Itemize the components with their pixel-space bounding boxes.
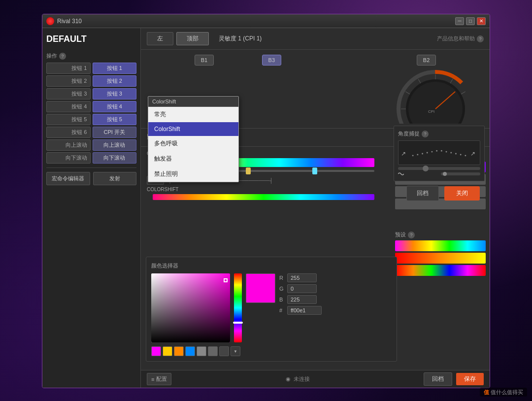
config-icon: ≡ <box>151 376 154 382</box>
b-row: B <box>279 295 392 304</box>
color-cursor <box>224 278 228 282</box>
hex-row: # <box>279 306 392 315</box>
dropdown-item-4[interactable]: 禁止照明 <box>148 167 238 182</box>
btn-value-7[interactable]: 向上滚动 <box>93 139 137 151</box>
svg-point-14 <box>412 155 414 156</box>
color-picker-label: 颜色选择器 <box>151 262 392 269</box>
svg-point-17 <box>427 152 428 154</box>
dropdown-popup-title: ColorShift <box>152 99 176 104</box>
btn-label-7: 向上滚动 <box>46 139 91 151</box>
swatch-6[interactable] <box>208 346 218 356</box>
minimize-button[interactable]: ─ <box>455 17 464 25</box>
svg-text:CPI: CPI <box>428 109 434 114</box>
angle-slider-thumb[interactable] <box>423 166 429 171</box>
maximize-button[interactable]: □ <box>466 17 475 25</box>
svg-text:↗: ↗ <box>401 150 406 157</box>
swatch-1[interactable] <box>151 346 161 356</box>
swatch-7[interactable] <box>219 346 229 356</box>
swatch-3[interactable] <box>174 346 184 356</box>
bottom-bar: ≡ 配置 ◉ 未连接 回档 保存 <box>141 370 490 388</box>
svg-point-15 <box>417 154 418 155</box>
btn-value-3[interactable]: 按钮 3 <box>93 88 137 100</box>
profile-label: DEFAULT <box>46 32 136 46</box>
fire-button[interactable]: 发射 <box>93 172 137 185</box>
btn-value-1[interactable]: 按钮 1 <box>93 63 137 74</box>
dropdown-item-3[interactable]: 触发器 <box>148 151 238 167</box>
button-row-5: 按钮 5 按钮 5 <box>46 114 136 125</box>
preset-bar-3[interactable] <box>395 265 486 276</box>
save-button[interactable]: 保存 <box>456 373 484 385</box>
r-label: R <box>279 275 285 281</box>
close-dialog-button[interactable]: 关闭 <box>444 186 480 200</box>
title-bar: Rival 310 ─ □ ✕ <box>42 14 490 28</box>
angle-track-thumb[interactable] <box>443 172 447 176</box>
mouse-btn-b1[interactable]: B1 <box>195 55 214 66</box>
btn-value-2[interactable]: 按钮 2 <box>93 75 137 87</box>
angle-help-icon[interactable]: ? <box>422 131 429 137</box>
svg-text:↗: ↗ <box>470 150 475 157</box>
swatch-dropdown[interactable]: ▼ <box>231 346 240 356</box>
swatch-5[interactable] <box>197 346 206 356</box>
btn-value-6[interactable]: CPI 开关 <box>93 127 137 138</box>
svg-point-19 <box>436 150 437 152</box>
hue-strip[interactable] <box>234 273 242 342</box>
color-canvas-dark <box>151 273 230 342</box>
color-preview <box>246 273 275 303</box>
tab-left[interactable]: 左 <box>147 32 173 45</box>
angle-track[interactable] <box>441 172 480 175</box>
dropdown-popup: ColorShift 常亮 ColorShift 多色呼吸 触发器 禁止照明 <box>148 96 239 182</box>
svg-line-5 <box>405 92 410 94</box>
nav-tabs: 左 顶部 <box>147 32 209 45</box>
speedometer: CPI <box>391 65 490 129</box>
color-canvas-wrapper[interactable] <box>151 273 230 342</box>
content-area: DEFAULT 操作 ? 按钮 1 按钮 1 按钮 2 按钮 2 按钮 3 按钮… <box>42 28 490 388</box>
b-input[interactable] <box>287 295 317 304</box>
sidebar-divider <box>46 167 136 168</box>
btn-value-4[interactable]: 按钮 4 <box>93 101 137 112</box>
r-input[interactable] <box>287 273 317 282</box>
dropdown-item-1[interactable]: ColorShift <box>148 122 238 136</box>
svg-point-23 <box>455 153 457 155</box>
back-button[interactable]: 回档 <box>424 372 452 386</box>
btn-label-3: 按钮 3 <box>46 88 91 100</box>
svg-point-24 <box>460 154 462 155</box>
title-bar-text: Rival 310 <box>57 18 82 25</box>
preset-bar-1[interactable] <box>395 240 486 251</box>
bottom-right: 回档 保存 <box>424 372 484 386</box>
swatch-4[interactable] <box>185 346 195 356</box>
button-row-4: 按钮 4 按钮 4 <box>46 101 136 112</box>
btn-value-8[interactable]: 向下滚动 <box>93 152 137 164</box>
wave-icon <box>398 171 404 177</box>
close-button[interactable]: ✕ <box>477 17 486 25</box>
watermark: 值 值什么值得买 <box>480 389 527 396</box>
hex-input[interactable] <box>287 306 322 315</box>
rgb-inputs: R G B # <box>279 273 392 342</box>
r-row: R <box>279 273 392 282</box>
slider-thumb-2[interactable] <box>246 167 251 174</box>
preset-help-icon[interactable]: ? <box>408 232 415 238</box>
g-input[interactable] <box>287 284 317 293</box>
b-label: B <box>279 297 285 302</box>
config-button[interactable]: ≡ 配置 <box>147 373 171 385</box>
btn-value-5[interactable]: 按钮 5 <box>93 114 137 125</box>
gradient-bar-2[interactable] <box>153 194 374 200</box>
hue-cursor[interactable] <box>233 322 243 324</box>
slider-thumb-3[interactable] <box>312 167 317 174</box>
swatch-2[interactable] <box>163 346 172 356</box>
btn-label-1: 按钮 1 <box>46 63 91 74</box>
svg-line-6 <box>418 79 421 83</box>
angle-label: 角度捕捉 ? <box>398 130 480 137</box>
dropdown-item-2[interactable]: 多色呼吸 <box>148 136 238 151</box>
preset-bar-2[interactable] <box>395 253 486 264</box>
svg-point-16 <box>422 153 423 155</box>
operations-help-icon[interactable]: ? <box>59 53 66 60</box>
dropdown-item-0[interactable]: 常亮 <box>148 107 238 122</box>
product-help-icon[interactable]: ? <box>477 35 484 42</box>
svg-line-8 <box>450 79 453 83</box>
angle-slider[interactable] <box>398 167 480 170</box>
macro-editor-button[interactable]: 宏命令编辑器 <box>46 172 90 185</box>
mouse-btn-b2[interactable]: B2 <box>417 55 436 66</box>
close-action-button[interactable]: 回档 <box>406 186 439 201</box>
tab-top[interactable]: 顶部 <box>176 32 209 45</box>
mouse-btn-b3[interactable]: B3 <box>262 55 281 66</box>
